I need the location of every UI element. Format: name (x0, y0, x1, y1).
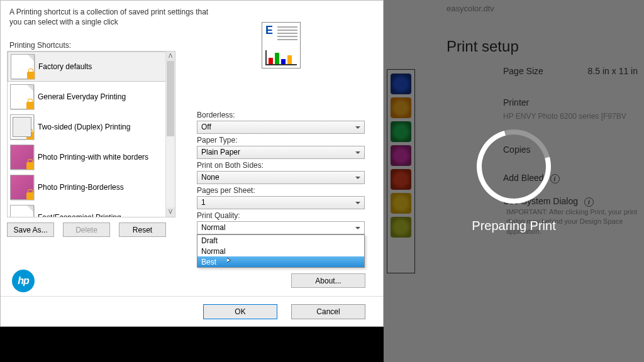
scroll-down-button[interactable]: ᐯ (166, 207, 175, 217)
about-button[interactable]: About... (291, 273, 365, 288)
scrollbar[interactable]: ᐱ ᐯ (165, 52, 175, 217)
shortcut-label: Fast/Economical Printing (38, 213, 121, 217)
shortcut-item-fast[interactable]: Fast/Economical Printing (8, 202, 167, 217)
loading-overlay: Preparing Print (384, 0, 644, 362)
loading-text: Preparing Print (472, 219, 555, 233)
scroll-thumb[interactable] (167, 61, 174, 136)
borderless-label: Borderless: (197, 111, 367, 119)
shortcut-label: General Everyday Printing (38, 92, 126, 101)
ok-button[interactable]: OK (203, 304, 277, 319)
print-quality-select[interactable]: Normal (197, 221, 365, 234)
pages-per-sheet-label: Pages per Sheet: (197, 186, 367, 195)
spinner-icon (463, 116, 564, 217)
both-sides-label: Print on Both Sides: (197, 161, 367, 170)
shortcut-label: Photo Printing-with white borders (38, 153, 148, 162)
shortcuts-label: Printing Shortcuts: (9, 41, 383, 50)
both-sides-select[interactable]: None (197, 171, 365, 184)
borderless-select[interactable]: Off (197, 121, 365, 134)
shortcut-label: Photo Printing-Borderless (38, 183, 124, 192)
shortcut-item-photo-borderless[interactable]: Photo Printing-Borderless (8, 172, 167, 202)
shortcut-item-everyday[interactable]: General Everyday Printing (8, 82, 167, 112)
shortcut-item-factory-defaults[interactable]: Factory defaults (8, 52, 167, 82)
save-as-button[interactable]: Save As... (7, 222, 54, 237)
delete-button: Delete (63, 222, 110, 237)
print-dialog: A Printing shortcut is a collection of s… (0, 0, 384, 327)
pages-per-sheet-select[interactable]: 1 (197, 196, 365, 209)
quality-option-normal[interactable]: Normal (197, 246, 364, 256)
print-quality-dropdown[interactable]: Draft Normal Best (197, 234, 365, 268)
shortcut-label: Factory defaults (38, 62, 92, 71)
reset-button[interactable]: Reset (119, 222, 166, 237)
dialog-description: A Printing shortcut is a collection of s… (1, 1, 227, 30)
page-preview-icon: E (262, 22, 301, 69)
quality-option-best[interactable]: Best (197, 256, 364, 267)
paper-type-select[interactable]: Plain Paper (197, 146, 365, 159)
print-quality-label: Print Quality: (197, 211, 367, 220)
paper-type-label: Paper Type: (197, 136, 367, 145)
dialog-footer: OK Cancel (1, 296, 383, 326)
hp-logo-icon: hp (12, 270, 35, 292)
scroll-up-button[interactable]: ᐱ (166, 52, 175, 61)
quality-option-draft[interactable]: Draft (197, 235, 364, 246)
cancel-button[interactable]: Cancel (291, 304, 365, 319)
shortcuts-list[interactable]: Factory defaults General Everyday Printi… (7, 51, 175, 217)
shortcut-item-photo-borders[interactable]: Photo Printing-with white borders (8, 142, 167, 172)
shortcut-label: Two-sided (Duplex) Printing (38, 123, 130, 131)
print-settings: Borderless: Off Paper Type: Plain Paper … (197, 109, 367, 234)
cursor-icon (227, 258, 231, 263)
shortcut-item-duplex[interactable]: Two-sided (Duplex) Printing (8, 112, 167, 142)
